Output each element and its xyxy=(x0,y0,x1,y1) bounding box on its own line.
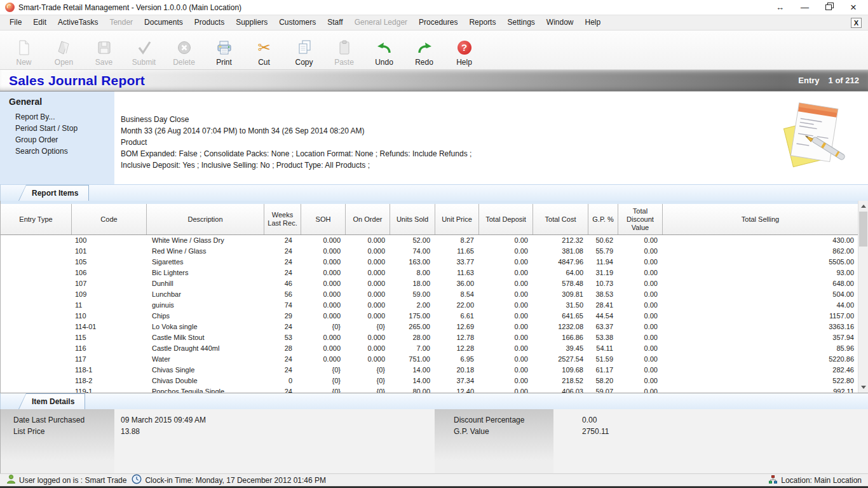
print-button[interactable]: Print xyxy=(204,32,244,67)
table-cell: 641.65 xyxy=(533,311,588,322)
general-link-period-start-stop[interactable]: Period Start / Stop xyxy=(9,123,114,134)
table-cell: {0} xyxy=(346,365,390,376)
col-header-units-sold[interactable]: Units Sold xyxy=(390,204,435,234)
table-row[interactable]: 118-2Chivas Double0{0}{0}14.0037.340.002… xyxy=(1,376,858,386)
menu-item-documents[interactable]: Documents xyxy=(139,15,189,30)
table-row[interactable]: 119-1Ponchos Tequila Single24{0}{0}80.00… xyxy=(1,386,858,393)
table-row[interactable]: 114-01Lo Voka single24{0}{0}265.0012.690… xyxy=(1,322,858,332)
table-cell: 0.000 xyxy=(346,300,390,311)
col-header-on-order[interactable]: On Order xyxy=(346,204,390,234)
general-link-group-order[interactable]: Group Order xyxy=(9,134,114,146)
table-row[interactable]: 117Water240.0000.000751.006.950.002527.5… xyxy=(1,354,858,365)
save-button: Save xyxy=(84,32,124,67)
help-button[interactable]: ? Help xyxy=(444,32,484,67)
table-cell: 115 xyxy=(72,332,147,343)
table-cell: 24 xyxy=(264,257,301,268)
table-row[interactable]: 109Lunchbar560.0000.00059.008.540.00309.… xyxy=(1,289,858,300)
col-header-total-deposit[interactable]: Total Deposit xyxy=(479,204,533,234)
scroll-down-icon[interactable] xyxy=(858,382,868,393)
table-row[interactable]: 11guinuis740.0000.0002.0022.000.0031.502… xyxy=(1,300,858,311)
vertical-scrollbar[interactable] xyxy=(858,201,868,393)
menu-item-activetasks[interactable]: ActiveTasks xyxy=(52,15,104,30)
details-labels-right: Discount Percentage G.P. Value xyxy=(435,409,553,473)
table-cell: 2527.54 xyxy=(533,354,588,365)
redo-button[interactable]: Redo xyxy=(404,32,444,67)
item-details-tab-strip: Item Details xyxy=(0,393,868,409)
menu-item-procedures[interactable]: Procedures xyxy=(413,15,463,30)
menu-item-edit[interactable]: Edit xyxy=(27,15,52,30)
mdi-close-button[interactable]: X xyxy=(851,18,862,28)
submit-button: Submit xyxy=(124,32,164,67)
table-row[interactable]: 116Castle Draught 440ml280.0000.0007.001… xyxy=(1,343,858,354)
general-link-report-by[interactable]: Report By... xyxy=(9,111,114,123)
restore-icon[interactable] xyxy=(825,1,834,15)
new-button: New xyxy=(4,32,44,67)
resize-icon[interactable]: ↔ xyxy=(776,1,784,15)
menu-item-file[interactable]: File xyxy=(4,15,27,30)
entry-label: Entry xyxy=(798,76,819,85)
table-cell: 0.00 xyxy=(479,354,533,365)
table-row[interactable]: 105Sigarettes240.0000.000163.0033.770.00… xyxy=(1,257,858,268)
table-cell: 58.20 xyxy=(588,376,618,386)
table-cell: Chips xyxy=(147,311,264,322)
table-cell: Castle Draught 440ml xyxy=(147,343,264,354)
col-header-total-cost[interactable]: Total Cost xyxy=(533,204,588,234)
table-cell: 381.08 xyxy=(533,246,588,257)
scroll-up-icon[interactable] xyxy=(858,201,868,212)
undo-button[interactable]: Undo xyxy=(364,32,404,67)
table-cell: 0.00 xyxy=(618,268,663,278)
table-cell: 24 xyxy=(264,354,301,365)
minimize-icon[interactable]: — xyxy=(801,1,809,15)
table-cell: 0.00 xyxy=(618,289,663,300)
col-header-total-selling[interactable]: Total Selling xyxy=(663,204,858,234)
col-header-description[interactable]: Description xyxy=(147,204,264,234)
table-row[interactable]: 115Castle Milk Stout530.0000.00028.0012.… xyxy=(1,332,858,343)
table-cell: 218.52 xyxy=(533,376,588,386)
menu-item-customers[interactable]: Customers xyxy=(273,15,322,30)
col-header-code[interactable]: Code xyxy=(72,204,147,234)
col-header-entry-type[interactable]: Entry Type xyxy=(1,204,72,234)
table-cell: 212.32 xyxy=(533,235,588,246)
col-header-weeks-last-rec[interactable]: Weeks Last Rec. xyxy=(264,204,301,234)
general-panel: General Report By... Period Start / Stop… xyxy=(0,92,114,184)
menu-item-help[interactable]: Help xyxy=(580,15,607,30)
col-header-gp-percent[interactable]: G.P. % xyxy=(588,204,618,234)
table-cell: 0.00 xyxy=(618,386,663,393)
copy-button[interactable]: Copy xyxy=(284,32,324,67)
cut-button[interactable]: ✂ Cut xyxy=(244,32,284,67)
tab-report-items[interactable]: Report Items xyxy=(18,185,89,201)
table-cell: 59.07 xyxy=(588,386,618,393)
open-icon xyxy=(56,38,72,57)
table-row[interactable]: 110Chips290.0000.000175.006.610.00641.65… xyxy=(1,311,858,322)
table-row[interactable]: 107Dunhill460.0000.00018.0036.000.00578.… xyxy=(1,278,858,289)
close-icon[interactable]: × xyxy=(850,1,857,15)
table-cell: 0.000 xyxy=(346,278,390,289)
table-row[interactable]: 100White Wine / Glass Dry240.0000.00052.… xyxy=(1,235,858,246)
menu-item-window[interactable]: Window xyxy=(541,15,580,30)
table-cell: 39.45 xyxy=(533,343,588,354)
menu-item-staff[interactable]: Staff xyxy=(322,15,348,30)
general-values: Business Day Close Month 33 (26 Aug 2014… xyxy=(114,92,868,184)
table-cell: 11.63 xyxy=(435,268,479,278)
date-last-purchased-label: Date Last Purchased xyxy=(13,414,114,426)
menu-item-reports[interactable]: Reports xyxy=(463,15,501,30)
table-row[interactable]: 106Bic Lighters240.0000.0008.0011.630.00… xyxy=(1,268,858,278)
table-row[interactable]: 118-1Chivas Single24{0}{0}14.0020.180.00… xyxy=(1,365,858,376)
col-header-total-discount[interactable]: Total Discount Value xyxy=(618,204,663,234)
table-row[interactable]: 101Red Wine / Glass240.0000.00074.0011.6… xyxy=(1,246,858,257)
col-header-soh[interactable]: SOH xyxy=(301,204,346,234)
table-cell: 24 xyxy=(264,386,301,393)
general-link-search-options[interactable]: Search Options xyxy=(9,146,114,157)
tab-item-details[interactable]: Item Details xyxy=(18,393,85,409)
table-cell: {0} xyxy=(301,322,346,332)
scrollbar-thumb[interactable] xyxy=(859,212,867,247)
table-cell: 8.54 xyxy=(435,289,479,300)
table-cell: 0.00 xyxy=(618,300,663,311)
col-header-unit-price[interactable]: Unit Price xyxy=(435,204,479,234)
menu-item-suppliers[interactable]: Suppliers xyxy=(230,15,273,30)
menu-bar: FileEditActiveTasksTenderDocumentsProduc… xyxy=(0,15,868,30)
table-cell: 109.68 xyxy=(533,365,588,376)
menu-item-products[interactable]: Products xyxy=(189,15,230,30)
open-button: Open xyxy=(44,32,84,67)
menu-item-settings[interactable]: Settings xyxy=(501,15,540,30)
